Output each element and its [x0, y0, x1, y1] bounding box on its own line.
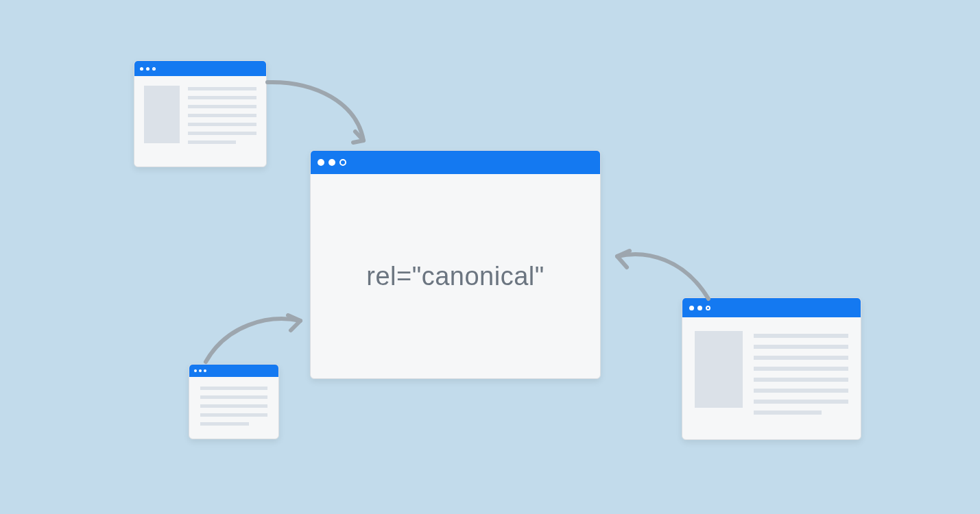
- window-titlebar: [134, 61, 266, 76]
- text-line-placeholder: [754, 378, 848, 382]
- text-line-placeholder: [754, 334, 848, 338]
- text-line-placeholder: [754, 400, 848, 404]
- window-dot-icon: [140, 67, 143, 71]
- text-line-placeholder: [754, 389, 848, 393]
- window-dot-icon: [318, 159, 324, 166]
- text-line-placeholder: [188, 96, 256, 99]
- text-line-placeholder: [200, 395, 267, 399]
- text-line-placeholder: [188, 87, 256, 90]
- text-line-placeholder: [188, 123, 256, 126]
- content-text-lines: [754, 331, 848, 415]
- content-text-lines: [188, 86, 256, 144]
- canonical-label: rel="canonical": [366, 262, 544, 291]
- window-dot-icon: [194, 369, 197, 372]
- window-body: rel="canonical": [311, 174, 600, 378]
- text-line-placeholder: [754, 411, 822, 415]
- text-line-placeholder: [188, 114, 256, 117]
- text-line-placeholder: [200, 422, 249, 426]
- arrow-top-left-to-canonical-icon: [261, 75, 377, 158]
- canonical-page-window: rel="canonical": [310, 150, 601, 379]
- arrow-right-to-canonical-icon: [609, 245, 719, 314]
- text-line-placeholder: [188, 140, 236, 144]
- text-line-placeholder: [754, 356, 848, 360]
- text-line-placeholder: [754, 345, 848, 349]
- window-dot-outline-icon: [152, 67, 156, 71]
- text-line-placeholder: [754, 367, 848, 371]
- duplicate-page-window-right: [682, 297, 861, 440]
- text-line-placeholder: [200, 413, 267, 417]
- window-dot-outline-icon: [339, 159, 346, 166]
- text-line-placeholder: [200, 404, 267, 408]
- window-dot-icon: [328, 159, 335, 166]
- content-thumbnail-placeholder: [695, 331, 743, 408]
- arrow-bottom-left-to-canonical-icon: [199, 308, 315, 377]
- text-line-placeholder: [188, 105, 256, 108]
- window-dot-icon: [146, 67, 150, 71]
- window-body: [134, 76, 266, 151]
- text-line-placeholder: [188, 132, 256, 135]
- duplicate-page-window-top-left: [134, 60, 267, 167]
- text-line-placeholder: [200, 387, 267, 390]
- window-body: [189, 377, 278, 435]
- window-body: [682, 317, 861, 424]
- content-thumbnail-placeholder: [144, 86, 180, 143]
